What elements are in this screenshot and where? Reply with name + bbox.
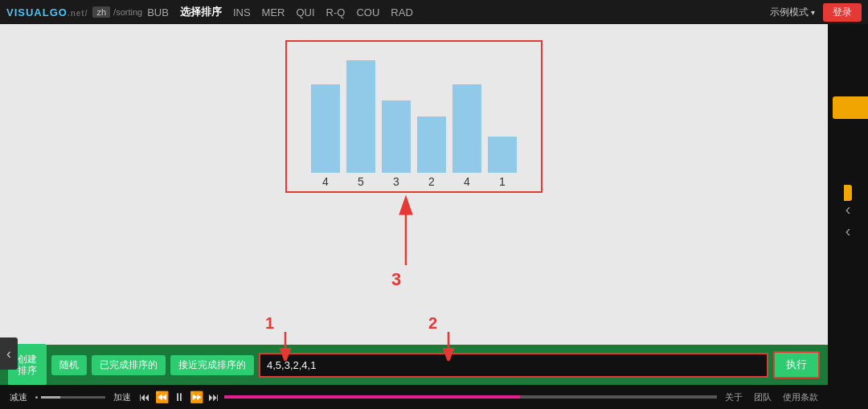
speed-fast-label: 加速 [113, 391, 131, 403]
annotation-3-label: 3 [391, 269, 401, 290]
nav-cou[interactable]: COU [356, 6, 379, 18]
login-button[interactable]: 登录 [823, 3, 862, 22]
lang-selector[interactable]: zh [92, 6, 110, 18]
progress-bar[interactable] [224, 395, 717, 399]
random-button[interactable]: 随机 [51, 355, 87, 375]
nav-qui[interactable]: QUI [296, 6, 314, 18]
skip-start-button[interactable]: ⏮ [139, 391, 150, 403]
path-separator: /sorting [113, 7, 142, 17]
nav-selection-sort[interactable]: 选择排序 [180, 5, 222, 19]
navbar: VISUALGO.net/ zh /sorting BUB 选择排序 INS M… [0, 0, 868, 24]
bar-item-4: 4 [452, 84, 481, 191]
bar-item-2: 3 [382, 100, 411, 191]
arrow-2-svg [440, 330, 457, 361]
sorted-button[interactable]: 已完成排序的 [92, 355, 166, 375]
annotation-2-label: 2 [428, 314, 437, 333]
orange-sidebar-tab[interactable] [833, 96, 868, 119]
sidebar-collapse-arrow[interactable]: ‹ [845, 199, 851, 218]
main-area: 4 5 3 2 4 1 3 [0, 24, 828, 361]
bar-label-1: 5 [358, 175, 364, 188]
bar-3 [417, 117, 446, 173]
sidebar-collapse-arrow-2[interactable]: ‹ [845, 221, 851, 239]
status-links: 关于 团队 使用条款 [725, 391, 818, 403]
bar-item-5: 1 [488, 137, 517, 191]
status-bar: 减速 加速 ⏮ ⏪ ⏸ ⏩ ⏭ 关于 团队 使用条款 [0, 385, 828, 409]
left-nav-arrow[interactable]: ‹ [0, 337, 18, 370]
team-link[interactable]: 团队 [754, 391, 772, 403]
nav-ins[interactable]: INS [233, 6, 251, 18]
nav-rq[interactable]: R-Q [326, 6, 346, 18]
arrow-3-svg [382, 193, 430, 273]
nav-mer[interactable]: MER [262, 6, 285, 18]
bar-label-4: 4 [464, 175, 470, 188]
bar-label-3: 2 [428, 175, 435, 188]
speed-slow-label: 减速 [10, 391, 27, 403]
bar-0 [311, 84, 340, 173]
demo-mode-btn[interactable]: 示例模式 [770, 6, 815, 19]
logo: VISUALGO.net/ [6, 6, 88, 18]
bar-label-0: 4 [322, 175, 329, 188]
annotation-1-label: 1 [265, 314, 274, 333]
bar-1 [346, 60, 375, 173]
nav-bub[interactable]: BUB [147, 6, 169, 18]
bar-2 [382, 100, 411, 173]
step-forward-button[interactable]: ⏩ [190, 391, 203, 403]
chart-container: 4 5 3 2 4 1 [285, 40, 542, 193]
bar-label-5: 1 [499, 175, 506, 188]
playback-controls: ⏮ ⏪ ⏸ ⏩ ⏭ [139, 391, 717, 403]
nearly-sorted-button[interactable]: 接近完成排序的 [170, 355, 254, 375]
bar-item-1: 5 [346, 60, 375, 191]
about-link[interactable]: 关于 [725, 391, 743, 403]
bar-4 [452, 84, 481, 173]
nav-links: BUB 选择排序 INS MER QUI R-Q COU RAD [147, 5, 770, 19]
bar-label-2: 3 [393, 175, 399, 188]
execute-button[interactable]: 执行 [773, 351, 820, 378]
bottom-bar: 创建 排序 随机 已完成排序的 接近完成排序的 执行 [0, 345, 828, 385]
pause-button[interactable]: ⏸ [174, 391, 185, 403]
right-sidebar: ‹ ‹ [828, 24, 868, 409]
sidebar-tab[interactable] [844, 185, 852, 201]
bar-5 [488, 137, 517, 173]
progress-bar-fill [224, 395, 520, 399]
step-back-button[interactable]: ⏪ [155, 391, 169, 403]
nav-rad[interactable]: RAD [391, 6, 412, 18]
bar-item-3: 2 [417, 117, 446, 191]
skip-end-button[interactable]: ⏭ [208, 391, 219, 403]
array-input[interactable] [259, 353, 768, 378]
nav-right: 示例模式 登录 [770, 3, 862, 22]
arrow-1-svg [277, 330, 293, 361]
bar-item-0: 4 [311, 84, 340, 191]
terms-link[interactable]: 使用条款 [783, 391, 818, 403]
